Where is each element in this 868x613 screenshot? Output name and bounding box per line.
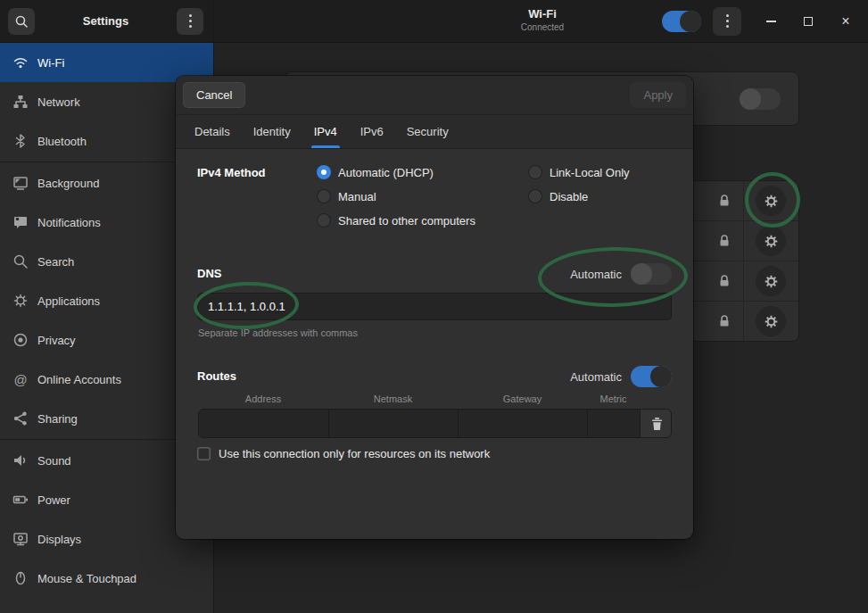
gear-icon [764,274,779,289]
delete-route-button[interactable] [641,410,672,437]
gear-icon [764,314,779,329]
sidebar-item-label: Displays [37,533,81,546]
radio-icon [317,213,331,228]
background-icon [12,175,29,191]
routes-label: Routes [197,369,236,383]
trash-icon [650,417,664,431]
dns-input[interactable] [197,293,672,320]
network-icon [12,94,29,110]
maximize-icon [804,17,813,26]
tab-security[interactable]: Security [395,115,460,148]
dns-automatic-toggle[interactable] [631,263,672,285]
airplane-mode-toggle[interactable] [740,88,781,110]
close-button[interactable]: × [834,10,857,33]
radio-icon [528,165,542,179]
apply-button[interactable]: Apply [630,82,686,108]
cancel-button[interactable]: Cancel [183,82,245,108]
sidebar-item-label: Bluetooth [37,135,87,148]
headerbar: Settings Wi-Fi Connected × [0,0,868,43]
column-header-gateway: Gateway [458,393,587,404]
sidebar-item-keyboard-shortcuts[interactable]: Keyboard Shortcuts [0,598,213,613]
sidebar-item-label: Privacy [37,334,76,347]
search-icon [14,14,29,29]
route-metric-input[interactable] [588,410,641,437]
radio-icon [528,189,542,203]
applications-icon [12,293,29,309]
app-title: Settings [35,14,177,28]
ipv4-method-label: IPv4 Method [197,166,266,179]
radio-disable[interactable]: Disable [528,189,588,203]
search-icon [12,253,29,269]
column-header-address: Address [198,393,328,404]
column-header-netmask: Netmask [328,393,458,404]
kebab-icon [726,14,729,28]
radio-label: Automatic (DHCP) [338,166,434,179]
notifications-icon [12,214,29,230]
lock-icon [717,274,732,288]
sidebar-item-label: Search [37,255,74,269]
routes-automatic-cluster: Automatic [570,366,672,387]
network-settings-button[interactable] [756,266,786,296]
wifi-toggle[interactable] [662,11,701,32]
keyboard-icon [12,609,29,613]
page-heading: Wi-Fi Connected [482,6,603,33]
dns-helper-text: Separate IP addresses with commas [198,327,358,338]
at-icon: @ [12,371,29,387]
dns-automatic-cluster: Automatic [570,263,672,285]
routes-automatic-toggle[interactable] [631,366,672,387]
checkbox-icon [197,447,211,460]
connection-resources-checkbox-row[interactable]: Use this connection only for resources o… [197,447,490,460]
radio-automatic-dhcp[interactable]: Automatic (DHCP) [317,165,434,179]
lock-icon [717,234,732,248]
gear-icon [764,194,779,209]
sidebar-item-label: Applications [37,294,100,308]
gear-icon [764,234,779,249]
network-settings-button[interactable] [756,226,786,256]
route-netmask-input[interactable] [329,410,459,437]
radio-link-local[interactable]: Link-Local Only [528,165,630,179]
row-separator [743,181,744,220]
tab-ipv4[interactable]: IPv4 [302,115,349,148]
radio-manual[interactable]: Manual [317,189,376,203]
radio-label: Shared to other computers [338,214,475,228]
lock-icon [717,194,732,208]
radio-shared[interactable]: Shared to other computers [317,213,475,228]
checkbox-label: Use this connection only for resources o… [219,447,490,460]
dialog-tabbar: Details Identity IPv4 IPv6 Security [176,115,693,149]
sidebar-item-label: Wi-Fi [37,56,64,70]
sidebar-item-label: Network [37,95,80,109]
sidebar-item-mouse-touchpad[interactable]: Mouse & Touchpad [0,559,213,598]
share-icon [12,410,29,427]
wifi-icon [12,54,29,70]
tab-ipv6[interactable]: IPv6 [349,115,395,148]
sidebar-item-label: Sound [37,454,71,468]
row-separator [743,302,744,341]
wifi-menu-button[interactable] [713,7,741,36]
sidebar-item-label: Online Accounts [37,373,121,386]
app-menu-button[interactable] [177,8,203,35]
network-settings-button[interactable] [756,186,786,216]
settings-window: Settings Wi-Fi Connected × [0,0,868,613]
tab-identity[interactable]: Identity [242,115,302,148]
radio-icon [317,165,331,179]
sidebar-item-label: Sharing [37,412,78,426]
wifi-details-dialog: Cancel Apply Details Identity IPv4 IPv6 … [176,76,693,539]
headerbar-controls: × [662,0,857,42]
row-separator [743,261,744,301]
route-gateway-input[interactable] [459,410,588,437]
radio-label: Link-Local Only [550,166,630,179]
minimize-icon [766,21,776,22]
network-settings-button[interactable] [756,306,786,336]
privacy-icon [12,332,29,348]
route-address-input[interactable] [199,410,329,437]
dialog-titlebar: Cancel Apply [176,76,693,115]
row-separator [743,221,744,261]
maximize-button[interactable] [797,10,820,33]
routes-automatic-label: Automatic [570,370,622,384]
mouse-icon [12,570,29,586]
routes-table [198,409,672,438]
minimize-button[interactable] [759,10,782,33]
lock-icon [717,314,732,328]
tab-details[interactable]: Details [183,115,242,148]
search-button[interactable] [8,8,35,35]
